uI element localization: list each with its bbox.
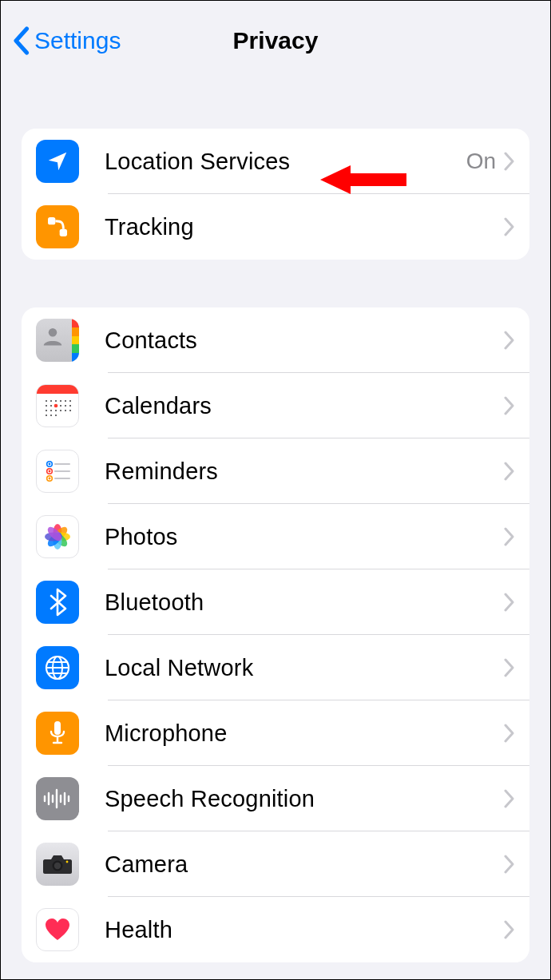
row-label: Bluetooth	[105, 589, 504, 616]
svg-point-19	[69, 410, 71, 411]
location-icon	[36, 140, 79, 183]
navigation-bar: Settings Privacy	[1, 1, 550, 81]
speech-icon	[36, 777, 79, 820]
network-icon	[36, 646, 79, 689]
svg-point-21	[50, 415, 52, 416]
tracking-icon	[36, 205, 79, 248]
svg-point-18	[65, 410, 66, 411]
svg-point-13	[69, 405, 71, 407]
chevron-right-icon	[504, 593, 515, 612]
row-calendars[interactable]: Calendars	[22, 373, 529, 438]
chevron-right-icon	[504, 527, 515, 546]
row-photos[interactable]: Photos	[22, 504, 529, 569]
svg-point-15	[50, 410, 52, 411]
row-microphone[interactable]: Microphone	[22, 700, 529, 766]
svg-point-58	[66, 861, 69, 863]
svg-point-11	[60, 405, 61, 407]
row-camera[interactable]: Camera	[22, 831, 529, 897]
svg-point-7	[65, 400, 66, 402]
row-bluetooth[interactable]: Bluetooth	[22, 569, 529, 635]
contacts-icon	[36, 319, 79, 362]
bluetooth-icon	[36, 581, 79, 624]
row-tracking[interactable]: Tracking	[22, 194, 529, 260]
chevron-right-icon	[504, 152, 515, 171]
svg-point-6	[60, 400, 61, 402]
chevron-right-icon	[504, 331, 515, 350]
chevron-right-icon	[504, 855, 515, 874]
chevron-right-icon	[504, 724, 515, 743]
svg-point-3	[46, 400, 47, 402]
svg-point-9	[46, 405, 47, 407]
svg-rect-1	[60, 229, 67, 236]
group-privacy-apps: Contacts Calendars	[22, 307, 529, 962]
svg-rect-0	[48, 217, 55, 224]
svg-point-22	[55, 415, 57, 416]
svg-point-14	[46, 410, 47, 411]
svg-rect-46	[54, 721, 61, 735]
row-label: Microphone	[105, 720, 504, 747]
microphone-icon	[36, 712, 79, 755]
row-local-network[interactable]: Local Network	[22, 635, 529, 700]
reminders-icon	[36, 450, 79, 493]
group-location-tracking: Location Services On Tracking	[22, 129, 529, 260]
back-label: Settings	[34, 27, 121, 54]
svg-point-4	[50, 400, 52, 402]
back-button[interactable]: Settings	[12, 26, 121, 55]
row-health[interactable]: Health	[22, 897, 529, 962]
row-label: Tracking	[105, 214, 504, 240]
svg-point-2	[49, 328, 57, 337]
svg-point-10	[50, 405, 52, 407]
row-label: Health	[105, 917, 504, 943]
health-icon	[36, 908, 79, 951]
svg-marker-59	[320, 165, 406, 194]
svg-point-57	[54, 863, 61, 869]
svg-point-8	[69, 400, 71, 402]
row-label: Camera	[105, 851, 504, 878]
annotation-arrow	[320, 162, 408, 200]
chevron-right-icon	[504, 789, 515, 808]
row-contacts[interactable]: Contacts	[22, 307, 529, 373]
svg-point-23	[54, 404, 58, 408]
row-label: Contacts	[105, 327, 504, 354]
row-label: Speech Recognition	[105, 786, 504, 812]
row-location-services[interactable]: Location Services On	[22, 129, 529, 194]
chevron-left-icon	[12, 26, 30, 55]
chevron-right-icon	[504, 462, 515, 481]
chevron-right-icon	[504, 396, 515, 415]
row-label: Reminders	[105, 458, 504, 485]
row-reminders[interactable]: Reminders	[22, 438, 529, 504]
chevron-right-icon	[504, 217, 515, 236]
svg-point-12	[65, 405, 66, 407]
svg-point-25	[49, 463, 51, 466]
row-label: Photos	[105, 524, 504, 550]
row-value: On	[466, 149, 496, 174]
svg-point-16	[55, 410, 57, 411]
camera-icon	[36, 843, 79, 886]
svg-point-5	[55, 400, 57, 402]
chevron-right-icon	[504, 920, 515, 939]
row-speech-recognition[interactable]: Speech Recognition	[22, 766, 529, 831]
row-label: Calendars	[105, 393, 504, 419]
calendars-icon	[36, 384, 79, 427]
svg-point-27	[49, 470, 51, 473]
svg-point-17	[60, 410, 61, 411]
row-label: Location Services	[105, 149, 466, 175]
svg-point-20	[46, 415, 47, 416]
chevron-right-icon	[504, 658, 515, 677]
photos-icon	[36, 515, 79, 558]
svg-point-29	[49, 478, 51, 480]
row-label: Local Network	[105, 655, 504, 681]
